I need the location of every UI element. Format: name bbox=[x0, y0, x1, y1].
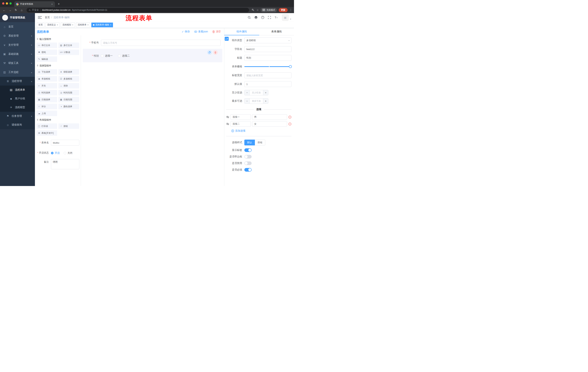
sidebar-item-dev-tools[interactable]: ⚒ 研发工具 ▾ bbox=[0, 59, 35, 68]
route-tag-process-definition[interactable]: 流程定义 × bbox=[45, 22, 60, 27]
search-icon[interactable] bbox=[247, 15, 251, 20]
sidebar-fold-icon[interactable] bbox=[38, 15, 42, 20]
new-tab-button[interactable]: + bbox=[56, 2, 61, 6]
palette-item-select[interactable]: ◎下拉选择 bbox=[36, 69, 57, 74]
fullscreen-icon[interactable] bbox=[267, 15, 272, 20]
disabled-switch[interactable] bbox=[244, 161, 252, 165]
palette-item-cascader[interactable]: ⋔级联选择 bbox=[58, 69, 79, 74]
palette-item-date-picker[interactable]: ▦日期选择 bbox=[36, 97, 57, 102]
tag-close-icon[interactable]: × bbox=[72, 24, 73, 26]
status-radio-off[interactable]: 关闭 bbox=[64, 151, 73, 155]
sidebar-item-leave-query[interactable]: ☺ 请假查询 bbox=[0, 120, 35, 129]
gender-option-2-checkbox[interactable]: 选项二 bbox=[118, 54, 130, 57]
clear-button[interactable]: 清空 bbox=[212, 30, 221, 33]
palette-item-textarea[interactable]: ▤多行文本 bbox=[58, 43, 79, 48]
palette-item-input-text[interactable]: ▭单行文本 bbox=[36, 43, 57, 48]
reload-button[interactable]: ↻ bbox=[13, 8, 18, 12]
palette-item-time-picker[interactable]: ◷时间选择 bbox=[36, 90, 57, 95]
checkbox-box[interactable] bbox=[101, 55, 104, 57]
font-size-icon[interactable]: TT bbox=[274, 15, 278, 20]
sidebar-item-process-model[interactable]: ✈ 流程模型 bbox=[0, 103, 35, 112]
forward-button[interactable]: → bbox=[8, 8, 12, 12]
option-1-label-input[interactable] bbox=[231, 114, 251, 120]
style-button-button[interactable]: 按钮 bbox=[255, 139, 265, 145]
close-window-button[interactable] bbox=[2, 2, 4, 5]
drag-handle-icon[interactable] bbox=[226, 123, 229, 125]
sidebar-item-infrastructure[interactable]: ▣ 基础设施 ▾ bbox=[0, 50, 35, 59]
option-2-value-input[interactable] bbox=[252, 121, 287, 127]
url-bar[interactable]: ⚠ 不安全 | dashboard.yudao.iocoder.cn/bpm/m… bbox=[27, 8, 249, 12]
sidebar-item-home[interactable]: ⌂ 首页 bbox=[0, 22, 35, 31]
home-button[interactable]: ⌂ bbox=[19, 8, 24, 12]
tag-close-icon[interactable]: × bbox=[87, 24, 89, 26]
sidebar-item-process-management[interactable]: ≣ 流程管理 ▴ bbox=[0, 77, 35, 85]
github-icon[interactable] bbox=[254, 15, 258, 20]
checkbox-box[interactable] bbox=[118, 55, 121, 57]
sidebar-item-user-group[interactable]: ☻ 用户分组 bbox=[0, 94, 35, 103]
increase-button[interactable]: + bbox=[263, 98, 268, 104]
grid-slider[interactable] bbox=[244, 64, 292, 70]
palette-item-checkbox-group[interactable]: ☑多选框组 bbox=[58, 76, 79, 82]
minimize-window-button[interactable] bbox=[6, 2, 8, 5]
tab-component-props[interactable]: 组件属性 bbox=[224, 28, 259, 35]
sidebar-item-process-form[interactable]: ▤ 流程表单 bbox=[0, 85, 35, 94]
remove-option-button[interactable] bbox=[288, 122, 292, 126]
palette-item-table[interactable]: ⊞表格[开发中] bbox=[36, 130, 57, 136]
border-switch[interactable] bbox=[244, 155, 252, 159]
breadcrumb-home[interactable]: 首页 bbox=[45, 16, 50, 19]
browser-update-button[interactable]: 更新 bbox=[279, 8, 288, 12]
form-canvas[interactable]: 手机号 bbox=[81, 35, 224, 186]
maximize-window-button[interactable] bbox=[10, 2, 12, 5]
help-icon[interactable]: ? bbox=[261, 15, 265, 20]
password-key-icon[interactable] bbox=[252, 9, 254, 11]
decrease-button[interactable]: − bbox=[244, 98, 250, 104]
show-label-switch[interactable] bbox=[244, 148, 252, 152]
bookmark-star-icon[interactable]: ☆ bbox=[256, 9, 259, 11]
decrease-button[interactable]: − bbox=[244, 90, 250, 95]
palette-item-switch[interactable]: ◐开关 bbox=[36, 83, 57, 88]
copy-component-button[interactable] bbox=[207, 50, 212, 55]
remove-option-button[interactable] bbox=[288, 116, 292, 119]
palette-item-slider[interactable]: ↔滑块 bbox=[58, 83, 79, 88]
view-json-button[interactable]: 查看json bbox=[194, 30, 208, 33]
canvas-field-phone[interactable]: 手机号 bbox=[83, 40, 222, 46]
link-anchor-icon[interactable] bbox=[225, 37, 229, 41]
route-tag-process-model[interactable]: 流程模型 × bbox=[61, 22, 75, 27]
palette-item-radio-group[interactable]: ◉单选框组 bbox=[36, 76, 57, 82]
option-1-value-input[interactable] bbox=[252, 114, 287, 120]
phone-input[interactable] bbox=[101, 40, 220, 46]
browser-menu-icon[interactable]: ⋮ bbox=[289, 8, 292, 12]
browser-tab[interactable]: 芋道管理系统 × bbox=[14, 1, 55, 7]
delete-component-button[interactable] bbox=[213, 50, 218, 55]
sidebar-item-payment[interactable]: ¥ 支付管理 ▾ bbox=[0, 40, 35, 50]
palette-item-password[interactable]: ✱密码 bbox=[36, 50, 57, 55]
tab-close-icon[interactable]: × bbox=[51, 3, 53, 6]
tag-close-icon[interactable]: × bbox=[57, 24, 58, 26]
palette-item-upload[interactable]: ☁上传 bbox=[36, 111, 57, 116]
slider-handle[interactable] bbox=[289, 65, 292, 68]
form-name-input[interactable] bbox=[51, 140, 79, 146]
increase-button[interactable]: + bbox=[263, 90, 268, 95]
sidebar-item-task-management[interactable]: ⚑ 任务管理 ▾ bbox=[0, 112, 35, 120]
route-tag-home[interactable]: 首页 bbox=[37, 22, 44, 27]
status-radio-on[interactable]: 开启 bbox=[51, 151, 60, 155]
palette-item-date-range[interactable]: ▩日期范围 bbox=[58, 97, 79, 102]
label-width-input[interactable] bbox=[244, 73, 292, 78]
min-select-stepper[interactable]: − 至少应选 + bbox=[244, 90, 268, 95]
palette-item-rate[interactable]: ☆评分 bbox=[36, 104, 57, 109]
route-tag-process-form-edit[interactable]: 流程表单-编辑 × bbox=[91, 22, 113, 27]
tag-close-icon[interactable]: × bbox=[110, 24, 111, 26]
save-button[interactable]: ✓ 保存 bbox=[182, 30, 190, 33]
route-tag-process-form[interactable]: 流程表单 × bbox=[76, 22, 90, 27]
palette-item-editor[interactable]: ✎编辑器 bbox=[36, 56, 57, 62]
sidebar-item-system[interactable]: ⚙ 系统管理 ▾ bbox=[0, 31, 35, 40]
palette-item-color-picker[interactable]: ◑颜色选择 bbox=[58, 104, 79, 109]
style-default-button[interactable]: 默认 bbox=[244, 139, 255, 145]
form-remark-textarea[interactable]: 嘿嘿 bbox=[51, 159, 79, 169]
back-button[interactable]: ← bbox=[2, 8, 7, 12]
field-name-input[interactable] bbox=[244, 46, 292, 52]
gender-option-1-checkbox[interactable]: 选项一 bbox=[101, 54, 113, 57]
sidebar-item-workflow[interactable]: ▥ 工作流程 ▴ bbox=[0, 68, 35, 77]
required-switch[interactable] bbox=[244, 168, 252, 172]
palette-item-button[interactable]: ☝按钮 bbox=[58, 123, 79, 129]
